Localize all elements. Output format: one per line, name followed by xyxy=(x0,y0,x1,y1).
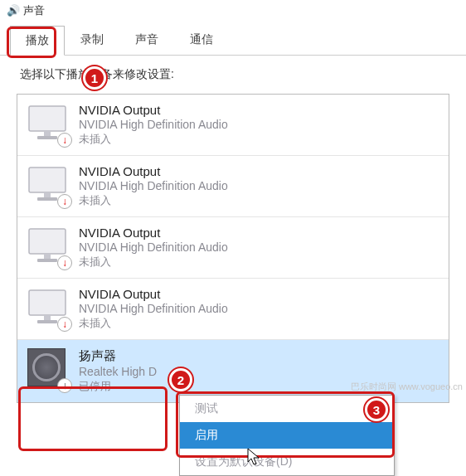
device-desc: Realtek High D xyxy=(79,365,157,378)
device-status: 未插入 xyxy=(79,132,228,147)
device-desc: NVIDIA High Definition Audio xyxy=(79,240,228,254)
device-item[interactable]: ↓ NVIDIA Output NVIDIA High Definition A… xyxy=(17,95,449,156)
window-titlebar: 🔊 声音 xyxy=(0,0,466,22)
device-list: ↓ NVIDIA Output NVIDIA High Definition A… xyxy=(17,94,449,403)
down-arrow-black-icon: ↓ xyxy=(57,378,72,393)
svg-rect-7 xyxy=(44,254,51,259)
tab-bar: 播放 录制 声音 通信 xyxy=(0,25,466,56)
context-menu: 测试 启用 设置为默认设备(D) xyxy=(179,395,395,476)
svg-rect-10 xyxy=(44,315,51,320)
device-status: 未插入 xyxy=(79,316,228,331)
sound-icon: 🔊 xyxy=(7,4,20,17)
down-arrow-red-icon: ↓ xyxy=(57,133,72,148)
device-status: 未插入 xyxy=(79,255,228,270)
device-status: 未插入 xyxy=(79,193,228,208)
svg-rect-6 xyxy=(29,229,66,254)
svg-rect-4 xyxy=(44,192,51,197)
tab-sounds[interactable]: 声音 xyxy=(119,25,174,55)
menu-test[interactable]: 测试 xyxy=(180,396,394,422)
device-name: NVIDIA Output xyxy=(79,226,228,240)
down-arrow-red-icon: ↓ xyxy=(57,317,72,332)
device-name: 扬声器 xyxy=(79,348,157,364)
device-name: NVIDIA Output xyxy=(79,103,228,117)
svg-rect-1 xyxy=(44,131,51,136)
annotation-badge-1: 1 xyxy=(83,66,106,90)
device-item[interactable]: ↓ NVIDIA Output NVIDIA High Definition A… xyxy=(17,217,449,279)
menu-set-default[interactable]: 设置为默认设备(D) xyxy=(180,449,394,475)
down-arrow-red-icon: ↓ xyxy=(57,194,72,209)
tab-playback[interactable]: 播放 xyxy=(10,26,65,56)
down-arrow-red-icon: ↓ xyxy=(57,255,72,270)
svg-rect-0 xyxy=(29,106,66,131)
device-item[interactable]: ↓ NVIDIA Output NVIDIA High Definition A… xyxy=(17,156,449,217)
instruction-text: 选择以下播放设备来修改设置: xyxy=(0,56,466,94)
device-desc: NVIDIA High Definition Audio xyxy=(79,118,228,131)
annotation-badge-2: 2 xyxy=(169,368,192,391)
monitor-icon: ↓ xyxy=(27,164,67,204)
device-status: 已停用 xyxy=(79,379,157,394)
svg-rect-2 xyxy=(37,136,57,139)
device-item[interactable]: ↓ NVIDIA Output NVIDIA High Definition A… xyxy=(17,279,449,340)
svg-rect-5 xyxy=(37,197,57,201)
svg-rect-9 xyxy=(29,290,66,315)
device-name: NVIDIA Output xyxy=(79,164,228,178)
monitor-icon: ↓ xyxy=(27,226,67,265)
tab-recording[interactable]: 录制 xyxy=(65,25,119,55)
svg-rect-11 xyxy=(37,320,57,323)
menu-enable[interactable]: 启用 xyxy=(180,422,394,449)
annotation-badge-3: 3 xyxy=(365,398,388,421)
device-desc: NVIDIA High Definition Audio xyxy=(79,302,228,315)
svg-rect-3 xyxy=(29,168,66,192)
watermark-text: 巴乐时尚网 www.vogueo.cn xyxy=(351,381,463,393)
svg-rect-8 xyxy=(37,259,57,262)
device-desc: NVIDIA High Definition Audio xyxy=(79,179,228,192)
monitor-icon: ↓ xyxy=(27,103,67,143)
monitor-icon: ↓ xyxy=(27,287,67,327)
window-title: 声音 xyxy=(23,4,45,17)
device-name: NVIDIA Output xyxy=(79,287,228,301)
speaker-icon: ↓ xyxy=(27,348,67,388)
tab-communications[interactable]: 通信 xyxy=(174,25,229,55)
